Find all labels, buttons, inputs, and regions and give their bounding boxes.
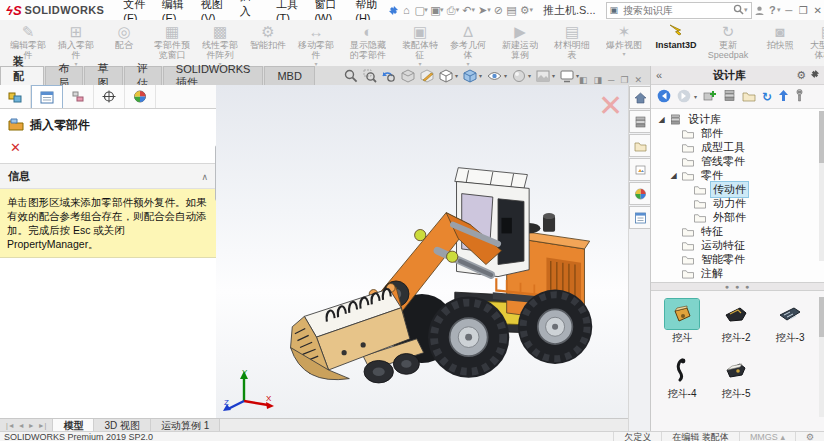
tree-item-features[interactable]: 特征 [655, 224, 824, 238]
units-selector[interactable]: MMGS ▴ [739, 432, 795, 441]
library-item-bucket-4[interactable]: 挖斗-4 [661, 355, 703, 401]
take-snapshot-button[interactable]: ◙拍快照 [756, 20, 804, 66]
mate-button[interactable]: ◎配合 [100, 20, 148, 66]
tree-item-design-library[interactable]: ◢ 设计库 [655, 112, 824, 126]
doc-close-button[interactable]: ✕ [634, 75, 642, 85]
tile-right-icon[interactable]: ◨ [593, 75, 602, 85]
minimize-button[interactable]: ─ [782, 2, 794, 18]
back-icon[interactable] [657, 89, 671, 105]
status-gear-icon[interactable]: ⚙ [795, 432, 824, 441]
tree-scrollbar[interactable] [819, 111, 824, 261]
edit-appearance-icon[interactable] [512, 69, 526, 83]
user-icon[interactable] [754, 2, 765, 18]
show-hidden-components-button[interactable]: ◐显示隐藏的零部件 [344, 20, 392, 66]
instant3d-button[interactable]: Instant3D [652, 20, 700, 66]
file-explorer-tab[interactable] [629, 134, 650, 157]
up-icon[interactable] [778, 89, 789, 104]
dimxpert-manager-tab[interactable] [94, 85, 125, 108]
update-speedpak-button[interactable]: ↻更新 Speedpak [704, 20, 752, 66]
tile-left-icon[interactable]: ◧ [579, 75, 588, 85]
tab-solidworks-addins[interactable]: SOLIDWORKS 插件 [163, 66, 264, 85]
wheel-loader-model[interactable] [242, 121, 614, 389]
rebuild-icon[interactable]: ▤ [506, 2, 517, 18]
assembly-features-button[interactable]: ▣装配体特征▾ [396, 20, 444, 66]
cancel-command-button[interactable]: ✕ [0, 138, 216, 161]
collapse-chevrons-icon[interactable]: « [656, 69, 662, 81]
zoom-to-fit-icon[interactable] [344, 69, 358, 83]
doc-restore-button[interactable]: ❐ [620, 75, 628, 85]
tab-assembly[interactable]: 装配体 [0, 66, 44, 85]
close-button[interactable]: ✕ [811, 2, 823, 18]
tree-item-routing[interactable]: 管线零件 [655, 154, 824, 168]
info-group-header[interactable]: 信息 ∧ [0, 164, 216, 189]
reference-geometry-button[interactable]: ∆参考几何体▾ [444, 20, 492, 66]
tree-item-motion[interactable]: 运动特征 [655, 238, 824, 252]
large-assembly-mode-button[interactable]: ▧大型装配体模式 [804, 20, 824, 66]
search-icon[interactable] [733, 4, 744, 17]
expander-icon[interactable]: ◢ [657, 115, 666, 124]
tree-item-smart-components[interactable]: 智能零件 [655, 252, 824, 266]
bill-of-materials-button[interactable]: ▤材料明细表 [548, 20, 596, 66]
display-style-icon[interactable] [463, 69, 477, 83]
tab-evaluate[interactable]: 评估 [124, 66, 162, 85]
view-settings-icon[interactable] [560, 69, 574, 83]
library-splitter-handle[interactable]: ● ● ● [651, 282, 824, 291]
tree-item-power[interactable]: 动力件 [655, 196, 824, 210]
apply-scene-icon[interactable] [536, 69, 550, 83]
tree-item-annotations[interactable]: 注解 [655, 266, 824, 280]
add-to-library-icon[interactable] [703, 89, 717, 104]
prev-tab-icon[interactable]: ◄ [18, 422, 25, 429]
last-tab-icon[interactable]: ►| [38, 422, 47, 429]
tree-item-parts-assemblies[interactable]: 部件 [655, 126, 824, 140]
search-input[interactable] [621, 4, 730, 17]
create-folder-icon[interactable] [742, 90, 756, 104]
previous-view-icon[interactable] [382, 69, 396, 83]
view-orientation-icon[interactable] [439, 69, 453, 83]
home-icon[interactable]: ⌂ [401, 2, 412, 18]
tab-mbd[interactable]: MBD [264, 66, 314, 85]
fastener-icon[interactable] [795, 89, 804, 104]
section-view-icon[interactable] [401, 69, 415, 83]
doc-minimize-button[interactable]: ─ [608, 75, 614, 85]
hide-show-items-icon[interactable] [487, 69, 502, 83]
design-library-tab[interactable] [629, 110, 650, 133]
view-palette-tab[interactable] [629, 158, 650, 181]
component-preview-button[interactable]: ▦零部件预览窗口 [148, 20, 196, 66]
configuration-manager-tab[interactable] [63, 85, 94, 108]
cancel-insert-command-x[interactable]: ✕ [598, 93, 623, 119]
custom-properties-tab[interactable] [629, 206, 650, 229]
tree-item-forming-tools[interactable]: 成型工具 [655, 140, 824, 154]
graphics-viewport[interactable]: ✕ Y X Z [216, 85, 628, 418]
tab-sketch[interactable]: 草图 [84, 66, 122, 85]
move-component-button[interactable]: ↔移动零部件▾ [292, 20, 340, 66]
tab-layout[interactable]: 布局 [45, 66, 83, 85]
display-manager-tab[interactable] [125, 85, 156, 108]
library-icon[interactable] [723, 89, 736, 104]
pin-icon[interactable] [810, 69, 820, 81]
forward-icon[interactable] [677, 89, 691, 105]
items-scrollbar[interactable] [819, 297, 824, 417]
new-motion-study-button[interactable]: ▶新建运动算例 [496, 20, 544, 66]
library-item-bucket-2[interactable]: 挖斗-2 [715, 299, 757, 345]
exploded-view-button[interactable]: ✶爆炸视图▾ [600, 20, 648, 66]
home-resources-tab[interactable] [629, 86, 650, 109]
expander-icon[interactable]: ◢ [669, 171, 678, 180]
library-item-bucket-5[interactable]: 挖斗-5 [715, 355, 757, 401]
tree-item-external[interactable]: 外部件 [655, 210, 824, 224]
library-item-bucket[interactable]: 挖斗 [661, 299, 703, 345]
collapse-chevron-icon[interactable]: ∧ [201, 172, 208, 182]
library-item-bucket-3[interactable]: 挖斗-3 [769, 299, 811, 345]
next-tab-icon[interactable]: ► [28, 422, 35, 429]
3d-drawing-view-icon[interactable] [420, 69, 434, 83]
restore-button[interactable]: ❐ [797, 2, 809, 18]
zoom-to-area-icon[interactable] [363, 69, 377, 83]
feature-manager-tab[interactable] [0, 85, 31, 108]
smart-fasteners-button[interactable]: ⚙智能扣件 [244, 20, 292, 66]
property-manager-tab[interactable] [31, 85, 63, 108]
pin-menubar-icon[interactable] [388, 2, 399, 18]
refresh-icon[interactable]: ↻ [762, 90, 772, 104]
gear-icon[interactable]: ⚙ [796, 69, 806, 82]
attach-icon[interactable]: ⊘ [493, 2, 504, 18]
appearances-scenes-tab[interactable] [629, 182, 650, 205]
tree-item-transmission[interactable]: 传动件 [655, 182, 824, 196]
